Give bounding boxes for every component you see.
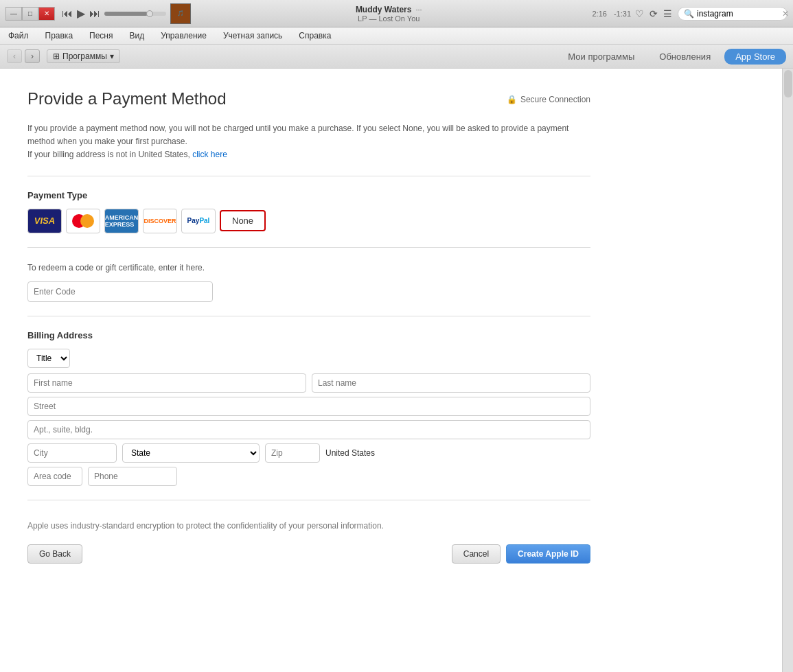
title-bar-right: ♡ ⟳ ☰ 🔍 ✕ xyxy=(635,7,788,21)
last-name-input[interactable] xyxy=(312,373,590,393)
nav-arrows: ‹ › xyxy=(7,49,40,63)
breadcrumb-label: Программы xyxy=(62,51,107,61)
transport-controls: ⏮ ▶ ⏭ xyxy=(62,7,100,20)
area-code-input[interactable] xyxy=(27,467,82,486)
maximize-button[interactable]: □ xyxy=(22,7,38,21)
title-bar: — □ ✕ ⏮ ▶ ⏭ 🎵 Muddy Waters ··· LP — Lost… xyxy=(0,0,793,27)
menu-view[interactable]: Вид xyxy=(127,30,148,42)
scroll-thumb[interactable] xyxy=(784,70,792,97)
footer-right: Cancel Create Apple ID xyxy=(452,544,590,564)
enter-code-input[interactable] xyxy=(27,281,213,302)
next-button[interactable]: ⏭ xyxy=(89,8,100,20)
divider-1 xyxy=(27,176,590,176)
album-art: 🎵 xyxy=(170,3,191,24)
tab-my-programs[interactable]: Мои программы xyxy=(557,49,645,65)
state-select[interactable]: State Alabama Alaska California New York… xyxy=(122,443,260,463)
progress-bar[interactable] xyxy=(104,12,166,16)
click-here-link[interactable]: click here xyxy=(192,150,227,159)
menu-song[interactable]: Песня xyxy=(87,30,115,42)
billing-note-text: If your billing address is not in United… xyxy=(27,150,190,159)
city-input[interactable] xyxy=(27,443,117,463)
menu-help[interactable]: Справка xyxy=(296,30,334,42)
divider-4 xyxy=(27,500,590,500)
nav-tabs: Мои программы Обновления App Store xyxy=(557,49,786,65)
payment-type-section: Payment Type VISA AMERI xyxy=(27,190,590,233)
redeem-text: To redeem a code or gift certificate, en… xyxy=(27,262,590,275)
amex-button[interactable]: AMERICAN EXPRESS xyxy=(104,209,139,233)
city-state-row: State Alabama Alaska California New York… xyxy=(27,443,590,463)
menu-file[interactable]: Файл xyxy=(5,30,32,42)
billing-address-section: Billing Address Title Mr. Mrs. Ms. Dr. xyxy=(27,330,590,486)
billing-note: If your billing address is not in United… xyxy=(27,148,590,161)
payment-types: VISA AMERICAN EXPRESS xyxy=(27,209,590,233)
redeem-section: To redeem a code or gift certificate, en… xyxy=(27,262,590,302)
go-back-button[interactable]: Go Back xyxy=(27,544,82,564)
secure-connection-label: Secure Connection xyxy=(520,95,590,104)
track-time-remaining: -1:31 xyxy=(614,10,631,18)
zip-input[interactable] xyxy=(265,443,320,463)
name-row xyxy=(27,373,590,393)
info-line-1: If you provide a payment method now, you… xyxy=(27,122,590,135)
heart-icon[interactable]: ♡ xyxy=(635,8,644,19)
footer-buttons: Go Back Cancel Create Apple ID xyxy=(27,544,590,564)
create-apple-id-button[interactable]: Create Apple ID xyxy=(506,544,590,564)
info-line-2: method when you make your first purchase… xyxy=(27,135,590,148)
track-name: Muddy Waters xyxy=(356,5,412,14)
divider-2 xyxy=(27,247,590,248)
search-input[interactable] xyxy=(697,9,779,19)
secure-connection: 🔒 Secure Connection xyxy=(507,95,590,104)
breadcrumb-icon: ⊞ xyxy=(53,51,60,61)
country-label: United States xyxy=(325,448,375,458)
menu-edit[interactable]: Правка xyxy=(43,30,76,42)
forward-button[interactable]: › xyxy=(25,49,40,63)
play-button[interactable]: ▶ xyxy=(77,7,85,20)
content: Provide a Payment Method 🔒 Secure Connec… xyxy=(0,69,618,584)
track-more: ··· xyxy=(415,5,422,14)
payment-type-label: Payment Type xyxy=(27,190,590,200)
track-sub: LP — Lost On You xyxy=(358,14,420,23)
paypal-button[interactable]: PayPal xyxy=(181,209,216,233)
visa-button[interactable]: VISA xyxy=(27,209,62,233)
header-row: Provide a Payment Method 🔒 Secure Connec… xyxy=(27,89,590,122)
divider-3 xyxy=(27,316,590,316)
title-select[interactable]: Title Mr. Mrs. Ms. Dr. xyxy=(27,349,70,368)
close-button[interactable]: ✕ xyxy=(38,7,55,21)
main-layout: Provide a Payment Method 🔒 Secure Connec… xyxy=(0,69,793,672)
queue-icon[interactable]: ☰ xyxy=(663,8,672,19)
back-button[interactable]: ‹ xyxy=(7,49,22,63)
prev-button[interactable]: ⏮ xyxy=(62,8,73,20)
repeat-icon[interactable]: ⟳ xyxy=(650,8,658,19)
info-text: If you provide a payment method now, you… xyxy=(27,122,590,162)
track-info: Muddy Waters ··· LP — Lost On You xyxy=(195,5,583,23)
first-name-input[interactable] xyxy=(27,373,306,393)
phone-input[interactable] xyxy=(88,467,177,486)
mastercard-button[interactable] xyxy=(66,209,100,233)
minimize-button[interactable]: — xyxy=(5,7,22,21)
search-icon: 🔍 xyxy=(684,9,694,19)
billing-address-label: Billing Address xyxy=(27,330,590,340)
page-title: Provide a Payment Method xyxy=(27,89,227,108)
nav-bar: ‹ › ⊞ Программы ▾ Мои программы Обновлен… xyxy=(0,45,793,69)
menu-controls[interactable]: Управление xyxy=(158,30,209,42)
track-time-elapsed: 2:16 xyxy=(593,10,607,18)
none-button[interactable]: None xyxy=(220,210,266,231)
tab-app-store[interactable]: App Store xyxy=(724,49,786,65)
breadcrumb-chevron: ▾ xyxy=(110,51,114,61)
lock-icon: 🔒 xyxy=(507,95,517,104)
apt-input[interactable] xyxy=(27,420,590,439)
street-input[interactable] xyxy=(27,397,590,416)
clear-search-icon[interactable]: ✕ xyxy=(782,9,789,19)
discover-button[interactable]: DISCOVER xyxy=(143,209,177,233)
menu-account[interactable]: Учетная запись xyxy=(220,30,285,42)
window-controls: — □ ✕ xyxy=(5,7,55,21)
menu-bar: Файл Правка Песня Вид Управление Учетная… xyxy=(0,27,793,45)
scrollbar[interactable] xyxy=(782,69,793,672)
scroll-area: Provide a Payment Method 🔒 Secure Connec… xyxy=(0,69,782,672)
search-box: 🔍 ✕ xyxy=(678,7,788,21)
phone-row xyxy=(27,467,590,486)
tab-updates[interactable]: Обновления xyxy=(648,49,722,65)
breadcrumb[interactable]: ⊞ Программы ▾ xyxy=(47,49,120,63)
footer-note: Apple uses industry-standard encryption … xyxy=(27,521,590,531)
cancel-button[interactable]: Cancel xyxy=(452,544,501,564)
